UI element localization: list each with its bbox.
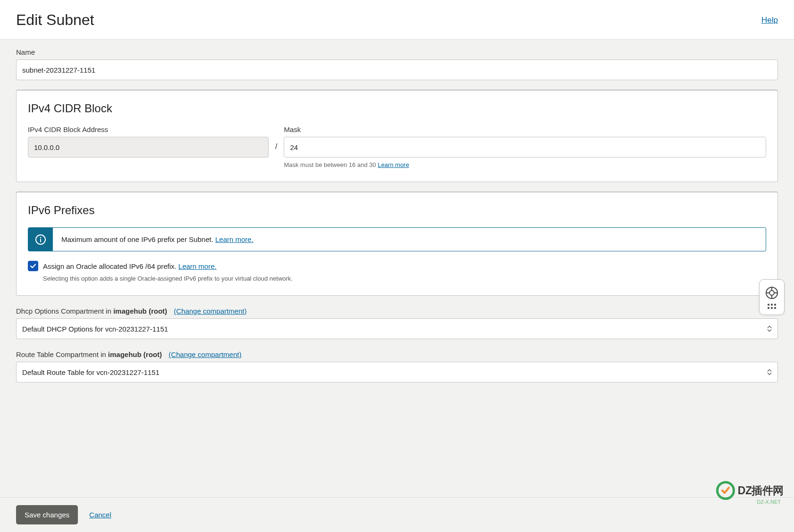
dhcp-change-compartment-link[interactable]: (Change compartment)	[174, 307, 246, 315]
select-arrows-icon	[767, 326, 772, 332]
ipv6-checkbox-help: Selecting this option adds a single Orac…	[43, 275, 766, 282]
cidr-address-group: IPv4 CIDR Block Address	[28, 125, 269, 158]
name-field-group: Name	[16, 48, 778, 80]
route-label-prefix: Route Table Compartment in	[16, 350, 108, 358]
route-compartment-name: imagehub (root)	[108, 350, 162, 358]
route-section: Route Table Compartment in imagehub (roo…	[16, 350, 778, 382]
mask-group: Mask Mask must be between 16 and 30 Lear…	[284, 125, 766, 168]
page-title: Edit Subnet	[16, 11, 94, 29]
cancel-button[interactable]: Cancel	[89, 511, 111, 519]
cidr-address-input	[28, 137, 269, 158]
dhcp-label-prefix: Dhcp Options Compartment in	[16, 307, 113, 315]
cidr-address-label: IPv4 CIDR Block Address	[28, 125, 269, 133]
footer-actions: Save changes Cancel	[0, 497, 794, 532]
save-changes-button[interactable]: Save changes	[16, 505, 78, 524]
mask-help-text: Mask must be between 16 and 30	[284, 161, 378, 168]
name-input[interactable]	[16, 59, 778, 80]
ipv6-prefixes-card: IPv6 Prefixes Maximum amount of one IPv6…	[16, 191, 778, 296]
dhcp-compartment-name: imagehub (root)	[113, 307, 167, 315]
ipv6-banner-text: Maximum amount of one IPv6 prefix per Su…	[53, 228, 262, 251]
lifebuoy-icon	[765, 286, 779, 300]
route-label: Route Table Compartment in imagehub (roo…	[16, 350, 778, 358]
dhcp-section: Dhcp Options Compartment in imagehub (ro…	[16, 307, 778, 339]
ipv6-info-banner: Maximum amount of one IPv6 prefix per Su…	[28, 227, 766, 251]
select-arrows-icon	[767, 369, 772, 375]
support-widget[interactable]	[759, 279, 785, 315]
cidr-row: IPv4 CIDR Block Address / Mask Mask must…	[28, 125, 766, 168]
mask-help: Mask must be between 16 and 30 Learn mor…	[284, 161, 766, 168]
svg-point-1	[40, 237, 42, 238]
watermark-text: DZ插件网	[738, 483, 784, 498]
ipv6-banner-learn-more[interactable]: Learn more.	[215, 235, 253, 243]
page-header: Edit Subnet Help	[0, 0, 794, 40]
watermark-subtitle: DZ-X.NET	[757, 499, 781, 505]
route-table-select[interactable]: Default Route Table for vcn-20231227-115…	[16, 362, 778, 382]
ipv4-card-title: IPv4 CIDR Block	[28, 102, 766, 115]
info-icon	[28, 228, 53, 251]
ipv6-assign-checkbox[interactable]	[28, 261, 38, 271]
help-link[interactable]: Help	[761, 16, 778, 25]
route-change-compartment-link[interactable]: (Change compartment)	[169, 350, 241, 358]
cidr-slash: /	[275, 125, 277, 151]
mask-learn-more-link[interactable]: Learn more	[378, 161, 409, 168]
dhcp-label: Dhcp Options Compartment in imagehub (ro…	[16, 307, 778, 315]
route-select-value: Default Route Table for vcn-20231227-115…	[22, 368, 160, 376]
watermark: DZ插件网	[716, 481, 784, 500]
watermark-check-icon	[716, 481, 735, 500]
svg-point-4	[769, 291, 774, 295]
mask-label: Mask	[284, 125, 766, 133]
main-content: Name IPv4 CIDR Block IPv4 CIDR Block Add…	[0, 40, 794, 382]
ipv6-checkbox-text: Assign an Oracle allocated IPv6 /64 pref…	[43, 262, 178, 270]
ipv4-cidr-card: IPv4 CIDR Block IPv4 CIDR Block Address …	[16, 90, 778, 182]
svg-rect-2	[40, 239, 41, 242]
name-label: Name	[16, 48, 778, 56]
grid-dots-icon	[768, 304, 776, 309]
dhcp-select-value: Default DHCP Options for vcn-20231227-11…	[22, 325, 168, 333]
ipv6-card-title: IPv6 Prefixes	[28, 204, 766, 217]
ipv6-banner-msg: Maximum amount of one IPv6 prefix per Su…	[61, 235, 213, 243]
check-icon	[30, 263, 36, 269]
dhcp-options-select[interactable]: Default DHCP Options for vcn-20231227-11…	[16, 318, 778, 339]
ipv6-checkbox-label: Assign an Oracle allocated IPv6 /64 pref…	[43, 262, 217, 270]
mask-input[interactable]	[284, 137, 766, 158]
ipv6-assign-row: Assign an Oracle allocated IPv6 /64 pref…	[28, 261, 766, 271]
ipv6-checkbox-learn-more[interactable]: Learn more.	[178, 262, 217, 270]
